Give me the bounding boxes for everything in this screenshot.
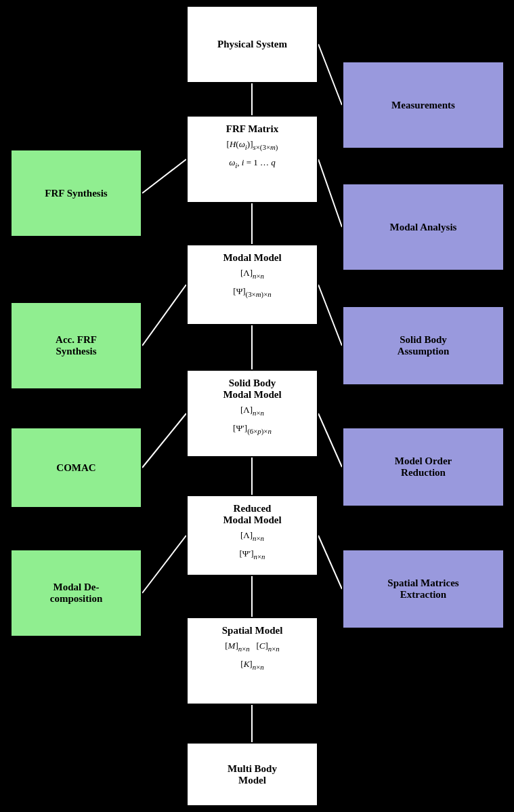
modal-model-math1: [Λ]n×n	[193, 266, 312, 282]
frf-synthesis-box: FRF Synthesis	[10, 149, 142, 237]
solid-body-modal-model-box: Solid BodyModal Model [Λ]n×n [Ψ′](6×p)×n	[186, 369, 318, 458]
measurements-box: Measurements	[342, 61, 505, 149]
svg-line-11	[142, 159, 186, 193]
physical-system-title: Physical System	[217, 39, 287, 50]
model-order-reduction-title: Model OrderReduction	[395, 455, 452, 479]
frf-matrix-box: FRF Matrix [H(ωi)]s×(3×m) ωi, i = 1 … q	[186, 115, 318, 203]
reduced-modal-math1: [Λ]n×n	[193, 529, 312, 544]
spatial-matrices-extraction-title: Spatial MatricesExtraction	[387, 577, 458, 601]
modal-model-math2: [Ψ](3×m)×n	[193, 285, 312, 300]
svg-line-6	[318, 44, 342, 105]
svg-line-12	[142, 285, 186, 346]
modal-model-title: Modal Model	[193, 252, 312, 264]
spatial-matrices-extraction-box: Spatial MatricesExtraction	[342, 549, 505, 629]
svg-line-10	[318, 535, 342, 589]
reduced-modal-math2: [Ψ′]n×n	[193, 547, 312, 563]
frf-matrix-title: FRF Matrix	[193, 123, 312, 135]
solid-body-modal-math2: [Ψ′](6×p)×n	[193, 422, 312, 437]
comac-box: COMAC	[10, 427, 142, 508]
solid-body-modal-title: Solid BodyModal Model	[193, 378, 312, 401]
model-order-reduction-box: Model OrderReduction	[342, 427, 505, 507]
modal-decomposition-title: Modal De-composition	[50, 582, 103, 605]
modal-analysis-box: Modal Analysis	[342, 183, 505, 271]
svg-line-14	[142, 535, 186, 593]
svg-line-7	[318, 159, 342, 227]
reduced-modal-title: ReducedModal Model	[193, 503, 312, 526]
multi-body-title: Multi BodyModel	[228, 763, 277, 786]
measurements-title: Measurements	[391, 100, 455, 111]
spatial-model-math2: [K]n×n	[193, 657, 312, 673]
acc-frf-synthesis-title: Acc. FRFSynthesis	[56, 334, 97, 357]
solid-body-modal-math1: [Λ]n×n	[193, 403, 312, 419]
comac-title: COMAC	[56, 462, 95, 474]
svg-line-9	[318, 413, 342, 467]
solid-body-assumption-box: Solid BodyAssumption	[342, 306, 505, 386]
spatial-model-box: Spatial Model [M]n×n [C]n×n [K]n×n	[186, 617, 318, 705]
modal-analysis-title: Modal Analysis	[390, 222, 457, 233]
acc-frf-synthesis-box: Acc. FRFSynthesis	[10, 302, 142, 390]
reduced-modal-model-box: ReducedModal Model [Λ]n×n [Ψ′]n×n	[186, 495, 318, 576]
svg-line-8	[318, 285, 342, 346]
frf-synthesis-title: FRF Synthesis	[45, 188, 107, 199]
svg-line-13	[142, 413, 186, 468]
diagram-container: Physical System FRF Matrix [H(ωi)]s×(3×m…	[0, 0, 514, 812]
spatial-model-math1: [M]n×n [C]n×n	[193, 639, 312, 655]
spatial-model-title: Spatial Model	[193, 625, 312, 636]
modal-model-box: Modal Model [Λ]n×n [Ψ](3×m)×n	[186, 244, 318, 325]
frf-matrix-math2: ωi, i = 1 … q	[193, 156, 312, 171]
modal-decomposition-box: Modal De-composition	[10, 549, 142, 637]
multi-body-model-box: Multi BodyModel	[186, 742, 318, 807]
physical-system-box: Physical System	[186, 5, 318, 83]
frf-matrix-math1: [H(ωi)]s×(3×m)	[193, 138, 312, 153]
solid-body-assumption-title: Solid BodyAssumption	[398, 334, 450, 357]
